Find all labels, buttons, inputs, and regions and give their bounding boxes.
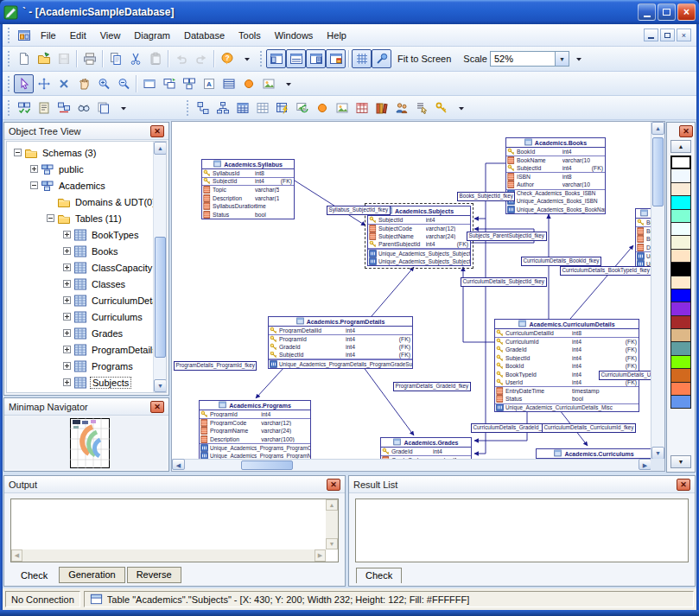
select-tool[interactable] xyxy=(14,74,34,93)
table-constraint-row[interactable]: Unique_Academics_Books_BookName xyxy=(506,206,605,214)
expand-icon[interactable] xyxy=(63,313,71,321)
color-swatch-f0ffff[interactable] xyxy=(670,222,691,236)
tree-item-classcapacity[interactable]: ClassCapacity xyxy=(10,259,166,276)
menu-database[interactable]: Database xyxy=(177,28,232,43)
toolbar-grip[interactable] xyxy=(8,51,10,67)
menu-help[interactable]: Help xyxy=(320,28,353,43)
table-column-row[interactable]: SubjectNamevarchar(24) xyxy=(368,232,470,241)
result-list-close-button[interactable]: ✕ xyxy=(677,479,690,491)
zoom-in-tool[interactable] xyxy=(93,74,113,93)
move-tool[interactable] xyxy=(34,74,54,93)
tree-item-tables-11-[interactable]: Tables (11) xyxy=(10,210,166,226)
table-column-row[interactable]: BookIdint4(FK) xyxy=(495,362,639,371)
collapse-icon[interactable] xyxy=(30,181,38,189)
undo-button[interactable] xyxy=(171,49,191,68)
color-swatch-ff7f50[interactable] xyxy=(670,382,691,396)
close-button[interactable]: × xyxy=(677,3,696,21)
output-scroll-down[interactable]: ▼ xyxy=(326,538,338,549)
tree-item-grades[interactable]: Grades xyxy=(10,325,166,341)
expand-icon[interactable] xyxy=(63,264,71,271)
find-object[interactable] xyxy=(73,98,93,117)
output-scroll-left[interactable]: ◀ xyxy=(11,549,22,562)
fk-label-curriculumdetails_userid_fkey[interactable]: CurriculumDetails_UserId_fkey xyxy=(599,371,651,380)
color-swatch-ffe4c4[interactable] xyxy=(670,249,691,263)
tree-item-curriculums[interactable]: Curriculums xyxy=(10,308,166,325)
restore-button[interactable] xyxy=(658,3,676,21)
output-tab-check[interactable]: Check xyxy=(11,568,57,583)
security-tools[interactable] xyxy=(431,98,451,117)
color-swatch-f0f8ff[interactable] xyxy=(670,168,691,182)
color-swatch-7fff00[interactable] xyxy=(670,355,691,369)
color-swatch-ffffff[interactable] xyxy=(670,156,691,169)
color-swatch-deb887[interactable] xyxy=(670,328,691,342)
canvas-scroll-right[interactable]: ▶ xyxy=(639,459,651,470)
toggle-result-list-view[interactable] xyxy=(306,49,326,68)
add-pointer-list[interactable] xyxy=(411,98,431,117)
generate-report[interactable] xyxy=(34,98,54,117)
table-column-row[interactable]: ProgramIdint4(FK) xyxy=(269,335,412,344)
grid-toggle[interactable] xyxy=(352,49,372,68)
pan-tool[interactable] xyxy=(73,74,93,93)
cut-button[interactable] xyxy=(125,49,145,68)
mdi-document-icon[interactable] xyxy=(14,26,34,45)
color-swatch-5f9ea0[interactable] xyxy=(670,341,691,355)
expand-icon[interactable] xyxy=(63,231,71,238)
bring-forward[interactable] xyxy=(159,74,179,93)
expand-icon[interactable] xyxy=(30,165,38,173)
mdi-restore-button[interactable] xyxy=(660,29,675,41)
diagram-table-academics-booktypes[interactable]: Academics.BookTypesBookTypeIdBookTypeCod… xyxy=(635,208,651,269)
zoom-out-tool[interactable] xyxy=(113,74,133,93)
save-button[interactable] xyxy=(54,49,73,68)
tree-scroll-down[interactable]: ▼ xyxy=(154,379,167,392)
output-scroll-up[interactable]: ▲ xyxy=(326,499,338,511)
color-swatch-f5f5dc[interactable] xyxy=(670,235,691,249)
table-column-row[interactable]: SubjectCodevarchar(12) xyxy=(368,225,470,233)
table-column-row[interactable]: ProgramNamevarchar(24) xyxy=(200,427,310,435)
table-column-row[interactable]: GradeIdint4(FK) xyxy=(495,346,639,354)
check-diagram[interactable] xyxy=(14,98,34,117)
color-swatch-6495ed[interactable] xyxy=(670,395,691,409)
palette-scroll-down[interactable]: ▼ xyxy=(670,455,691,468)
table-column-row[interactable]: ProgramIdint4 xyxy=(200,410,310,419)
table-column-row[interactable]: ParentSubjectIdint4(FK) xyxy=(368,241,470,250)
minimap-close-button[interactable]: ✕ xyxy=(150,401,164,413)
add-trigger-table[interactable] xyxy=(272,98,292,117)
canvas-vertical-scrollbar[interactable]: ▲ ▼ xyxy=(651,122,664,460)
canvas-scroll-up[interactable]: ▲ xyxy=(651,122,664,135)
table-column-row[interactable]: BookTypeId xyxy=(636,219,651,227)
pan-tool-toggle[interactable] xyxy=(372,49,391,68)
print-button[interactable] xyxy=(79,49,99,68)
table-column-row[interactable]: Statusbool xyxy=(202,211,294,219)
tree-item-classes[interactable]: Classes xyxy=(10,276,166,292)
diagram-table-academics-syllabus[interactable]: Academics.SyllabusSyllabusIdint8SubjectI… xyxy=(201,159,295,219)
table-constraint-row[interactable]: Unique_Academics_Programs_ProgramCode xyxy=(200,443,310,452)
menu-file[interactable]: File xyxy=(34,28,63,43)
minimap-thumbnail[interactable] xyxy=(70,418,110,468)
table-column-row[interactable]: BookTypeName xyxy=(636,235,651,244)
canvas-vscroll-thumb[interactable] xyxy=(652,137,664,206)
table-column-row[interactable]: Topicvarchar(50) xyxy=(202,186,294,194)
new-button[interactable] xyxy=(14,49,34,68)
table-column-row[interactable]: GradeIdint4(FK) xyxy=(269,343,412,352)
diagram-table-academics-subjects[interactable]: Academics.SubjectsSubjectIdint4SubjectCo… xyxy=(367,206,471,266)
add-note[interactable]: A xyxy=(199,74,219,93)
fit-to-screen-button[interactable]: Fit to Screen xyxy=(391,54,457,64)
table-column-row[interactable]: Statusbool xyxy=(495,395,639,403)
result-list-area[interactable] xyxy=(355,499,689,562)
toggle-minimap-view[interactable] xyxy=(326,49,346,68)
menubar-grip[interactable] xyxy=(8,28,10,43)
toggle-object-tree-view[interactable] xyxy=(266,49,286,68)
scale-combobox[interactable]: 52% ▼ xyxy=(490,51,569,67)
tree-item-curriculumdetails[interactable]: CurriculumDetails xyxy=(10,292,166,308)
add-image[interactable] xyxy=(258,74,278,93)
edit-toolbar-options[interactable] xyxy=(278,74,298,93)
table-column-row[interactable]: SyllabusDurationtime xyxy=(202,202,294,211)
table-column-row[interactable]: ProgramCodevarchar(12) xyxy=(200,419,310,428)
add-schema-tree[interactable] xyxy=(213,98,232,117)
color-swatch-faebd7[interactable] xyxy=(670,182,691,196)
canvas-hscroll-thumb[interactable] xyxy=(241,460,293,470)
tree-item-subjects[interactable]: Subjects xyxy=(10,374,166,391)
add-users[interactable] xyxy=(391,98,411,117)
send-backward[interactable] xyxy=(179,74,199,93)
fk-label-curriculumdetails_booktypeid_fkey[interactable]: CurriculumDetails_BookTypeId_fkey xyxy=(560,266,651,276)
